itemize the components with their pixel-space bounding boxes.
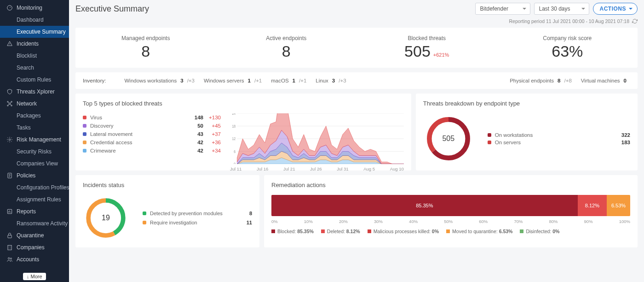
kpi-company-risk-score: Company risk score63% — [497, 33, 638, 62]
nav-label: Quarantine — [17, 232, 44, 239]
breakdown-panel: Threats breakdown by endpoint type 505 O… — [416, 94, 638, 170]
kpi-label: Blocked threats — [361, 35, 493, 41]
nav-assignment-rules[interactable]: Assignment Rules — [0, 194, 69, 206]
threats-title: Top 5 types of blocked threats — [83, 100, 404, 107]
inv-linux: Linux 3/+3 — [316, 78, 346, 83]
svg-point-6 — [9, 139, 11, 141]
nav-incidents[interactable]: Incidents — [0, 38, 69, 50]
threat-name: Virus — [90, 115, 185, 120]
svg-point-3 — [11, 101, 12, 102]
top-controls: Bitdefender Last 30 days ACTIONS — [475, 3, 638, 15]
nav-label: Security Risks — [17, 148, 52, 155]
inv-virtual-machines: Virtual machines 0 — [581, 78, 630, 83]
remediation-seg: 8.12% — [578, 195, 607, 216]
shield-icon — [6, 88, 13, 95]
threat-value: 50 — [185, 123, 203, 129]
legend-square-icon — [368, 229, 371, 233]
incidents-total: 19 — [83, 195, 129, 241]
threat-name: Discovery — [90, 123, 185, 129]
threat-dot-icon — [83, 132, 86, 136]
nav-accounts[interactable]: Accounts — [0, 253, 69, 265]
report-icon — [6, 208, 13, 215]
nav-label: Assignment Rules — [17, 196, 61, 203]
nav-label: Dashboard — [17, 17, 44, 23]
nav-label: Policies — [17, 172, 35, 179]
breakdown-total: 505 — [423, 113, 474, 164]
gear-icon — [6, 136, 13, 143]
refresh-icon[interactable] — [632, 18, 638, 24]
threat-delta: +36 — [203, 140, 221, 145]
svg-rect-9 — [8, 235, 12, 238]
nav-dashboard[interactable]: Dashboard — [0, 14, 69, 26]
threat-dot-icon — [83, 116, 86, 119]
nav-security-risks[interactable]: Security Risks — [0, 146, 69, 158]
threat-row: Virus148+130 — [83, 113, 221, 122]
threat-row: Crimeware42+34 — [83, 147, 221, 155]
remediation-legend-item: Disinfected: 0% — [520, 229, 559, 234]
kpi-delta: +621% — [433, 52, 449, 58]
nav-risk-management[interactable]: Risk Management — [0, 134, 69, 146]
inventory-card: Inventory:Windows workstations 3/+3Windo… — [75, 72, 638, 89]
topbar: Executive Summary Bitdefender Last 30 da… — [75, 0, 638, 17]
legend-dot-icon — [143, 212, 146, 215]
svg-text:18: 18 — [232, 124, 236, 129]
svg-rect-10 — [8, 245, 12, 250]
incidents-panel: Incidents status 19 Detected by preventi… — [75, 175, 259, 247]
nav-ransomware-activity[interactable]: Ransomware Activity — [0, 217, 69, 229]
more-button[interactable]: ↓ More — [23, 273, 46, 280]
remediation-bar: 85.35%8.12%6.53% — [271, 195, 630, 216]
kpi-label: Active endpoints — [221, 35, 352, 41]
nav-custom-rules[interactable]: Custom Rules — [0, 74, 69, 86]
breakdown-donut: 505 — [423, 113, 474, 164]
nav-label: Reports — [17, 208, 36, 215]
nav-monitoring[interactable]: Monitoring — [0, 2, 69, 14]
nav-label: Executive Summary — [17, 29, 66, 35]
company-select[interactable]: Bitdefender — [475, 3, 530, 15]
inv-macos: macOS 1/+1 — [271, 78, 306, 83]
nav-label: Custom Rules — [17, 76, 51, 83]
nav-quarantine[interactable]: Quarantine — [0, 229, 69, 241]
nav-label: Monitoring — [17, 5, 42, 11]
nav-configuration-profiles[interactable]: Configuration Profiles — [0, 182, 69, 194]
nav-search[interactable]: Search — [0, 62, 69, 74]
kpi-value: 8 — [282, 42, 291, 60]
legend-dot-icon — [488, 141, 491, 144]
period-select[interactable]: Last 30 days — [534, 3, 589, 15]
nav-label: Threats Xplorer — [17, 88, 55, 95]
nav-network[interactable]: Network — [0, 98, 69, 110]
nav-executive-summary[interactable]: Executive Summary — [0, 26, 69, 38]
breakdown-title: Threats breakdown by endpoint type — [423, 100, 630, 107]
legend-square-icon — [271, 229, 275, 233]
nav-companies[interactable]: Companies — [0, 241, 69, 253]
remediation-panel: Remediation actions 85.35%8.12%6.53% 0%1… — [264, 175, 638, 247]
nav-blocklist[interactable]: Blocklist — [0, 50, 69, 62]
nav-threats-xplorer[interactable]: Threats Xplorer — [0, 86, 69, 98]
kpi-active-endpoints: Active endpoints8 — [216, 33, 357, 62]
row-threats: Top 5 types of blocked threats Virus148+… — [75, 94, 638, 175]
kpi-label: Company risk score — [502, 35, 633, 41]
nav-tasks[interactable]: Tasks — [0, 122, 69, 134]
svg-text:24: 24 — [232, 113, 236, 116]
nav-packages[interactable]: Packages — [0, 110, 69, 122]
page-title: Executive Summary — [75, 4, 149, 14]
threats-chart: 24181260 Jul 11Jul 16Jul 21Jul 26Jul 31A… — [230, 113, 404, 164]
remediation-legend: Blocked: 85.35%Deleted: 8.12%Malicious p… — [271, 229, 630, 234]
nav-reports[interactable]: Reports — [0, 206, 69, 217]
nav-policies[interactable]: Policies — [0, 170, 69, 182]
actions-button[interactable]: ACTIONS — [593, 3, 638, 15]
remediation-seg: 6.53% — [607, 195, 630, 216]
threat-dot-icon — [83, 141, 86, 144]
threats-chart-xaxis: Jul 11Jul 16Jul 21Jul 26Jul 31Aug 5Aug 1… — [230, 166, 404, 171]
gauge-icon — [6, 5, 13, 11]
threat-row: Credential access42+36 — [83, 138, 221, 147]
threat-delta: +45 — [203, 123, 221, 129]
nav-label: Network — [17, 100, 37, 107]
remediation-legend-item: Moved to quarantine: 6.53% — [446, 229, 512, 234]
incidents-title: Incidents status — [83, 182, 252, 188]
report-period-text: Reporting period 11 Jul 2021 00:00 - 10 … — [509, 18, 629, 24]
kpi-label: Managed endpoints — [80, 35, 212, 41]
nav-label: Packages — [17, 112, 41, 119]
threat-delta: +37 — [203, 131, 221, 137]
nav-companies-view[interactable]: Companies View — [0, 158, 69, 170]
kpi-blocked-threats: Blocked threats505+621% — [356, 33, 497, 62]
